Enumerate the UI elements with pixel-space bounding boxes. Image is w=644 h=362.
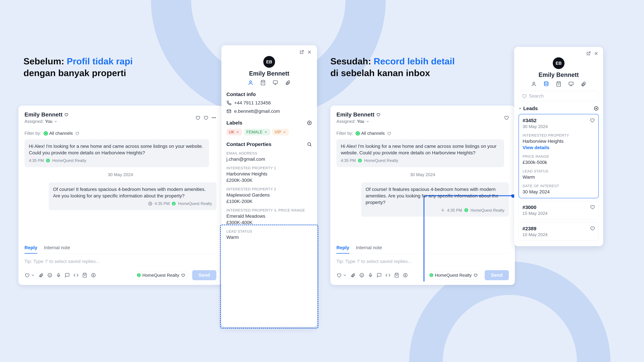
- lead-date: 15 May 2024: [522, 211, 548, 216]
- attachment-icon[interactable]: [285, 80, 291, 85]
- view-details-link[interactable]: View details: [522, 145, 550, 150]
- add-icon[interactable]: [594, 106, 599, 111]
- lead-card[interactable]: #3000 15 May 2024: [518, 201, 599, 220]
- label-vip[interactable]: VIP: [272, 129, 289, 135]
- channel-name: HomeQuest Realty: [178, 201, 212, 206]
- send-channel[interactable]: HomeQuest Realty: [426, 271, 481, 279]
- channels-filter[interactable]: All channels: [44, 131, 73, 136]
- chevron-down-icon[interactable]: [366, 119, 370, 123]
- heart-icon[interactable]: [203, 115, 208, 120]
- assigned-label: Assigned:: [24, 119, 44, 124]
- tab-reply[interactable]: Reply: [336, 243, 349, 254]
- interested-property-value: Harborview Heights: [522, 139, 595, 144]
- person-icon[interactable]: [531, 81, 537, 87]
- monitor-icon[interactable]: [272, 80, 278, 85]
- lead-card[interactable]: #2389 10 May 2024: [518, 222, 599, 241]
- whatsapp-icon: [137, 273, 141, 277]
- heading-before: Sebelum: Profil tidak rapi dengan banyak…: [24, 55, 133, 79]
- open-external-icon[interactable]: [299, 50, 304, 55]
- heart-icon[interactable]: [195, 115, 200, 120]
- heart-icon[interactable]: [64, 113, 68, 117]
- close-icon[interactable]: [307, 50, 312, 55]
- chevron-down-icon[interactable]: [54, 119, 58, 123]
- outbound-text: Of course! It features spacious 4-bedroo…: [53, 186, 212, 199]
- shopping-bag-icon[interactable]: [260, 80, 266, 85]
- chevron-down-icon[interactable]: [343, 273, 347, 277]
- lead-card-selected[interactable]: #3452 30 May 2024 INTERESTED PROPERTY Ha…: [518, 114, 599, 198]
- label-uk[interactable]: UK: [226, 129, 242, 135]
- ip1-label: INTERESTED PROPERTY 1: [226, 166, 312, 170]
- send-channel[interactable]: HomeQuest Realty: [134, 271, 188, 279]
- assigned-to[interactable]: You: [357, 119, 364, 124]
- code-icon[interactable]: [74, 273, 78, 278]
- tab-internal-note[interactable]: Internal note: [44, 243, 70, 254]
- highlight-box-before: [220, 225, 318, 329]
- send-button[interactable]: Send: [485, 270, 509, 280]
- close-icon[interactable]: [594, 51, 599, 56]
- add-icon[interactable]: [307, 120, 312, 125]
- saved-replies-icon[interactable]: [65, 273, 70, 278]
- ip1-name: Harborview Heights: [226, 171, 312, 177]
- heart-icon[interactable]: [376, 113, 380, 117]
- heart-icon[interactable]: [590, 226, 595, 231]
- heart-icon[interactable]: [24, 273, 30, 278]
- more-icon[interactable]: [211, 115, 216, 120]
- tab-internal-note[interactable]: Internal note: [356, 243, 382, 254]
- svg-rect-7: [58, 273, 59, 276]
- monitor-icon[interactable]: [568, 81, 574, 87]
- snippet-icon[interactable]: [91, 273, 96, 278]
- tab-reply[interactable]: Reply: [24, 243, 37, 254]
- heart-icon[interactable]: [387, 131, 391, 135]
- shopping-bag-icon[interactable]: [556, 81, 562, 87]
- heart-icon[interactable]: [75, 131, 79, 135]
- channel-name: HomeQuest Realty: [470, 207, 504, 213]
- svg-point-13: [308, 143, 311, 146]
- ip2-name: Maplewood Gardens: [226, 192, 312, 198]
- open-external-icon[interactable]: [586, 51, 591, 56]
- heart-icon: [522, 93, 527, 98]
- heading-before-line2: dengan banyak properti: [24, 68, 126, 78]
- channels-filter[interactable]: All channels: [356, 131, 385, 136]
- code-icon[interactable]: [386, 273, 390, 278]
- person-icon[interactable]: [248, 80, 254, 85]
- search-input[interactable]: Search: [518, 91, 599, 101]
- snippet-icon[interactable]: [403, 273, 408, 278]
- date-separator: 30 May 2024: [336, 172, 509, 177]
- chevron-down-icon[interactable]: [31, 273, 35, 277]
- svg-point-1: [214, 117, 214, 118]
- inbound-message: Hi Alex! I'm looking for a new home and …: [336, 139, 504, 167]
- search-icon[interactable]: [307, 142, 312, 147]
- phone-icon: [226, 100, 232, 105]
- inbound-time: 4:35 PM: [29, 158, 44, 163]
- heart-icon[interactable]: [590, 118, 595, 123]
- microphone-icon[interactable]: [56, 273, 61, 278]
- compose-input[interactable]: Tip: Type '/' to select saved replies...: [336, 254, 509, 270]
- svg-point-17: [362, 275, 362, 275]
- saved-replies-icon[interactable]: [377, 273, 382, 278]
- attachment-icon[interactable]: [580, 81, 586, 87]
- compose-area: Reply Internal note Tip: Type '/' to sel…: [24, 243, 216, 280]
- database-icon[interactable]: [544, 81, 549, 87]
- label-female[interactable]: FEMALE: [244, 129, 270, 135]
- whatsapp-icon: [358, 159, 362, 162]
- heart-icon: [181, 273, 185, 277]
- emoji-icon[interactable]: [47, 273, 52, 278]
- send-button[interactable]: Send: [192, 270, 216, 280]
- inbound-text: Hi Alex! I'm looking for a new home and …: [29, 143, 204, 156]
- attachment-icon[interactable]: [38, 273, 44, 278]
- heart-icon[interactable]: [590, 204, 595, 210]
- attachment-icon[interactable]: [350, 273, 356, 278]
- shopping-bag-icon[interactable]: [394, 273, 399, 278]
- filter-line: Filter by: All channels: [336, 131, 509, 136]
- leads-section-toggle[interactable]: Leads: [518, 106, 538, 111]
- whatsapp-icon: [46, 159, 50, 162]
- heart-icon[interactable]: [336, 273, 342, 278]
- search-placeholder: Search: [529, 93, 544, 99]
- assigned-to[interactable]: You: [45, 119, 52, 124]
- compose-input[interactable]: Tip: Type '/' to select saved replies...: [24, 254, 216, 270]
- shopping-bag-icon[interactable]: [82, 273, 87, 278]
- microphone-icon[interactable]: [368, 273, 373, 278]
- emoji-icon[interactable]: [359, 273, 364, 278]
- ip3-label: INTERESTED PROPERTY 3, PRICE RANGE: [226, 208, 312, 213]
- heart-icon[interactable]: [504, 115, 509, 120]
